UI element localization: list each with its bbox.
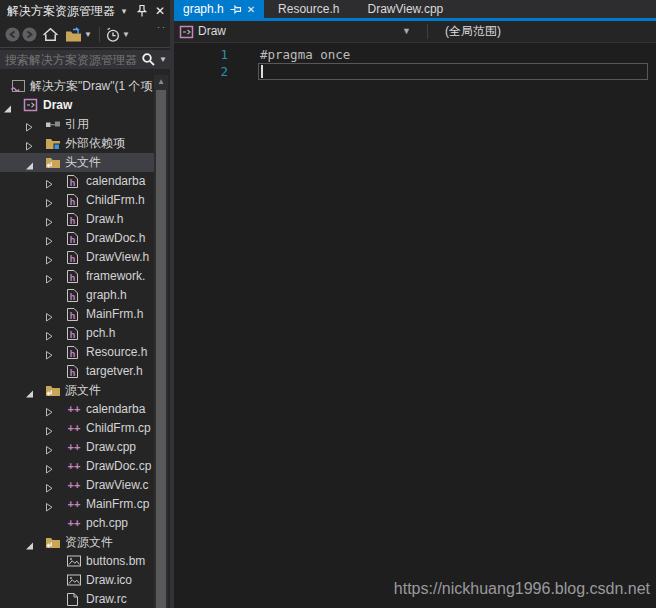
search-icon[interactable] [141,52,156,67]
tab-resource-h[interactable]: Resource.h [264,0,353,18]
tree-item-label: 头文件 [65,153,101,172]
pin-icon[interactable] [133,2,151,20]
image-icon [66,573,83,589]
toolbar-overflow-icon[interactable]: ·· [157,22,167,32]
header-icon: h [66,269,83,285]
home-button[interactable] [42,25,59,45]
tree-item[interactable]: hframework. [0,267,154,286]
collapsed-arrow-icon[interactable] [45,195,57,207]
switch-views-button[interactable] [64,25,82,45]
collapsed-arrow-icon[interactable] [25,119,37,131]
current-line-highlight [258,63,648,80]
tree-item-label: framework. [86,267,145,286]
close-icon[interactable]: ✕ [151,2,169,20]
tree-item[interactable]: Draw.rc [0,590,154,608]
cpp-icon: ++ [66,402,83,418]
tree-item[interactable]: ++DrawDoc.cp [0,457,154,476]
svg-text:++: ++ [68,422,81,434]
cpp-icon: ++ [66,459,83,475]
header-icon: h [66,193,83,209]
tree-item[interactable]: hgraph.h [0,286,154,305]
collapsed-arrow-icon[interactable] [45,328,57,340]
tree-item[interactable]: hcalendarba [0,172,154,191]
window-menu-caret-icon[interactable]: ▾ [115,2,133,20]
collapsed-arrow-icon[interactable] [45,176,57,188]
collapsed-arrow-icon[interactable] [45,271,57,283]
tab-pin-icon[interactable] [229,4,242,15]
collapsed-arrow-icon[interactable] [45,214,57,226]
tab-graph-h[interactable]: graph.h✕ [174,0,264,18]
collapsed-arrow-icon[interactable] [45,252,57,264]
collapsed-arrow-icon[interactable] [45,423,57,435]
tree-scrollbar[interactable]: ▲ [154,75,168,608]
tree-item[interactable]: 引用 [0,115,154,134]
tree-item[interactable]: ++Draw.cpp [0,438,154,457]
tree-item-label: MainFrm.cp [86,495,149,514]
expanded-arrow-icon[interactable] [25,385,37,397]
collapsed-arrow-icon[interactable] [45,309,57,321]
search-input[interactable] [0,53,141,67]
expanded-arrow-icon[interactable] [25,537,37,549]
collapsed-arrow-icon[interactable] [45,233,57,245]
collapsed-arrow-icon[interactable] [45,461,57,473]
tree-item[interactable]: 头文件 [0,153,154,172]
tree-item[interactable]: ++MainFrm.cp [0,495,154,514]
tree-item[interactable]: 源文件 [0,381,154,400]
collapsed-arrow-icon[interactable] [45,499,57,511]
tree-item[interactable]: hChildFrm.h [0,191,154,210]
expanded-arrow-icon[interactable] [3,100,15,112]
scroll-up-icon[interactable]: ▲ [154,77,168,86]
types-dropdown-caret-icon[interactable]: ▼ [402,21,411,42]
tree-item[interactable]: 资源文件 [0,533,154,552]
collapsed-arrow-icon[interactable] [45,404,57,416]
tab-label: graph.h [183,2,224,16]
tree-item-label: DrawView.h [86,248,149,267]
tree-item[interactable]: htargetver.h [0,362,154,381]
collapsed-arrow-icon[interactable] [45,347,57,359]
pending-changes-filter-button[interactable] [105,25,120,45]
tree-item[interactable]: hMainFrm.h [0,305,154,324]
tree-item[interactable]: 外部依赖项 [0,134,154,153]
tree-item-label: calendarba [86,172,145,191]
svg-text:++: ++ [68,517,81,529]
tree-item[interactable]: hDraw.h [0,210,154,229]
collapsed-arrow-icon[interactable] [25,138,37,150]
collapsed-arrow-icon[interactable] [45,442,57,454]
expanded-arrow-icon[interactable] [25,157,37,169]
svg-text:++: ++ [68,441,81,453]
line-number: 2 [174,63,228,80]
forward-button[interactable] [22,25,37,45]
types-dropdown[interactable]: Draw [198,21,226,42]
scrollbar-thumb[interactable] [156,90,166,608]
svg-text:++: ++ [68,498,81,510]
filter-caret-icon[interactable]: ▼ [122,30,130,39]
tree-item[interactable]: hDrawView.h [0,248,154,267]
tree-item[interactable]: ++ChildFrm.cp [0,419,154,438]
tab-drawview-cpp[interactable]: DrawView.cpp [353,0,457,18]
tree-item[interactable]: Draw.ico [0,571,154,590]
tree-item[interactable]: hResource.h [0,343,154,362]
tree-item[interactable]: ++pch.cpp [0,514,154,533]
tree-item[interactable]: ++DrawView.c [0,476,154,495]
back-button[interactable] [5,25,20,45]
collapsed-arrow-icon[interactable] [45,480,57,492]
code-line[interactable]: 1#pragma once [174,46,656,63]
tree-item-label: Draw.h [86,210,123,229]
svg-text:h: h [70,349,76,359]
tab-label: Resource.h [278,2,339,16]
tree-item[interactable]: 解决方案"Draw"(1 个项 [0,77,154,96]
search-options-caret-icon[interactable]: ▼ [159,55,167,64]
svg-text:h: h [70,311,76,321]
tab-label: DrawView.cpp [367,2,443,16]
tab-close-icon[interactable]: ✕ [247,4,255,15]
switch-views-caret-icon[interactable]: ▼ [84,30,92,39]
tree-item[interactable]: buttons.bm [0,552,154,571]
scope-dropdown[interactable]: (全局范围) [445,21,501,42]
tree-item[interactable]: hDrawDoc.h [0,229,154,248]
editor-group: graph.h✕Resource.hDrawView.cpp Draw ▼ (全… [174,0,656,608]
code-editor[interactable]: 1#pragma once2 [174,44,656,608]
tree-item[interactable]: hpch.h [0,324,154,343]
tree-item[interactable]: ++calendarba [0,400,154,419]
tree-item-label: DrawDoc.h [86,229,145,248]
tree-item[interactable]: Draw [0,96,154,115]
